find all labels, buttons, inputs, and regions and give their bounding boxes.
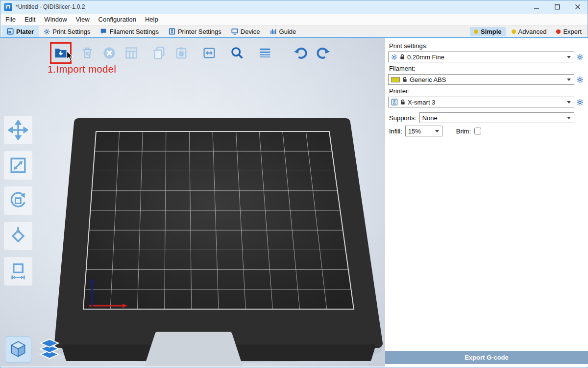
tab-print-settings[interactable]: Print Settings bbox=[39, 26, 95, 37]
undo-icon bbox=[293, 45, 309, 61]
printer-icon bbox=[169, 28, 175, 35]
split-objects-button[interactable] bbox=[200, 44, 218, 62]
delete-all-button[interactable] bbox=[100, 44, 118, 62]
layer-lines-icon bbox=[258, 46, 272, 60]
expert-dot-icon bbox=[556, 29, 561, 34]
guide-icon bbox=[270, 28, 277, 35]
brim-checkbox[interactable] bbox=[474, 128, 481, 134]
infill-label: Infill: bbox=[389, 128, 402, 135]
undo-button[interactable] bbox=[292, 44, 310, 62]
tab-label: Filament Settings bbox=[109, 28, 158, 35]
tab-device[interactable]: Device bbox=[226, 26, 265, 37]
place-on-face-button[interactable] bbox=[4, 222, 32, 250]
rotate-icon bbox=[8, 191, 28, 210]
tab-label: Print Settings bbox=[52, 28, 90, 35]
app-logo-icon bbox=[4, 3, 12, 11]
print-settings-dropdown[interactable]: 0.20mm Fine bbox=[388, 52, 574, 62]
variable-layer-height-button[interactable] bbox=[256, 44, 274, 62]
filament-color-swatch bbox=[391, 77, 400, 82]
filament-value: Generic ABS bbox=[410, 76, 564, 83]
gear-icon bbox=[44, 28, 50, 35]
arrange-grid-icon bbox=[124, 46, 139, 60]
view-3d-button[interactable] bbox=[5, 336, 31, 363]
window-title: *Untitled - QIDISlicer-1.0.2 bbox=[16, 3, 85, 10]
print-settings-gear-button[interactable] bbox=[574, 53, 585, 61]
device-icon bbox=[231, 28, 238, 35]
mode-advanced[interactable]: Advanced bbox=[508, 27, 551, 36]
menu-help[interactable]: Help bbox=[141, 14, 163, 26]
minimize-button[interactable] bbox=[526, 0, 547, 14]
lock-icon bbox=[402, 77, 407, 82]
preview-layers-button[interactable] bbox=[37, 336, 62, 363]
lock-icon bbox=[400, 99, 405, 105]
simple-dot-icon bbox=[474, 29, 478, 34]
supports-dropdown[interactable]: None bbox=[419, 112, 574, 123]
search-button[interactable] bbox=[228, 44, 246, 62]
measure-icon bbox=[8, 262, 28, 281]
printer-icon bbox=[391, 99, 398, 105]
maximize-button[interactable] bbox=[547, 0, 567, 14]
menu-configuration[interactable]: Configuration bbox=[94, 14, 141, 26]
chevron-down-icon bbox=[567, 56, 571, 58]
tab-printer-settings[interactable]: Printer Settings bbox=[164, 26, 226, 37]
supports-value: None bbox=[422, 114, 564, 122]
menu-view[interactable]: View bbox=[72, 14, 94, 26]
menu-window[interactable]: Window bbox=[40, 14, 71, 26]
copy-icon bbox=[152, 46, 167, 60]
tab-label: Plater bbox=[16, 28, 34, 35]
mode-switcher: Simple Advanced Expert bbox=[470, 26, 588, 37]
delete-button[interactable] bbox=[78, 44, 96, 62]
print-settings-label: Print settings: bbox=[389, 42, 585, 50]
infill-dropdown[interactable]: 15% bbox=[405, 126, 442, 136]
menu-bar: File Edit Window View Configuration Help bbox=[0, 14, 588, 26]
view-toolbar bbox=[5, 336, 62, 363]
scale-button[interactable] bbox=[4, 151, 32, 180]
settings-panel: Print settings: 0.20mm Fine Filament: Ge… bbox=[385, 38, 588, 367]
viewport-toolbar bbox=[50, 42, 336, 64]
title-bar: *Untitled - QIDISlicer-1.0.2 bbox=[0, 0, 588, 14]
tab-label: Printer Settings bbox=[178, 28, 221, 35]
menu-file[interactable]: File bbox=[1, 14, 20, 26]
arrange-button[interactable] bbox=[122, 44, 140, 62]
tab-guide[interactable]: Guide bbox=[265, 26, 301, 37]
split-icon bbox=[202, 46, 217, 60]
build-plate[interactable] bbox=[0, 38, 385, 367]
rotate-button[interactable] bbox=[4, 186, 32, 215]
tab-filament-settings[interactable]: Filament Settings bbox=[95, 26, 163, 37]
scale-icon bbox=[8, 156, 28, 175]
printer-gear-button[interactable] bbox=[574, 99, 585, 106]
copy-button[interactable] bbox=[150, 44, 168, 62]
folder-import-icon bbox=[53, 46, 68, 60]
printer-label: Printer: bbox=[389, 87, 585, 95]
paste-button[interactable] bbox=[172, 44, 190, 62]
close-button[interactable] bbox=[567, 0, 588, 14]
circle-x-icon bbox=[102, 46, 117, 60]
lock-icon bbox=[400, 54, 405, 60]
move-button[interactable] bbox=[4, 116, 32, 144]
filament-icon bbox=[100, 28, 107, 35]
tab-plater[interactable]: Plater bbox=[2, 26, 39, 37]
mode-label: Simple bbox=[481, 28, 502, 35]
infill-value: 15% bbox=[408, 128, 433, 135]
filament-gear-button[interactable] bbox=[574, 76, 585, 83]
tab-bar: Plater Print Settings Filament Settings … bbox=[0, 26, 588, 38]
redo-button[interactable] bbox=[314, 44, 332, 62]
export-gcode-button[interactable]: Export G-code bbox=[385, 351, 588, 364]
viewport-3d[interactable]: 1.Import model bbox=[0, 38, 385, 367]
filament-dropdown[interactable]: Generic ABS bbox=[388, 74, 574, 85]
flatten-icon bbox=[8, 226, 28, 246]
mode-expert[interactable]: Expert bbox=[552, 27, 586, 36]
measure-button[interactable] bbox=[4, 257, 32, 286]
mode-simple[interactable]: Simple bbox=[470, 27, 506, 36]
chevron-down-icon bbox=[567, 117, 571, 119]
tab-label: Guide bbox=[279, 28, 296, 35]
chevron-down-icon bbox=[567, 101, 571, 104]
redo-icon bbox=[315, 45, 331, 61]
paste-icon bbox=[174, 46, 189, 60]
menu-edit[interactable]: Edit bbox=[20, 14, 40, 26]
advanced-dot-icon bbox=[512, 29, 516, 34]
mouse-cursor-icon bbox=[67, 51, 74, 61]
tab-label: Device bbox=[241, 28, 260, 35]
gear-icon bbox=[391, 54, 397, 60]
printer-dropdown[interactable]: X-smart 3 bbox=[388, 97, 574, 107]
